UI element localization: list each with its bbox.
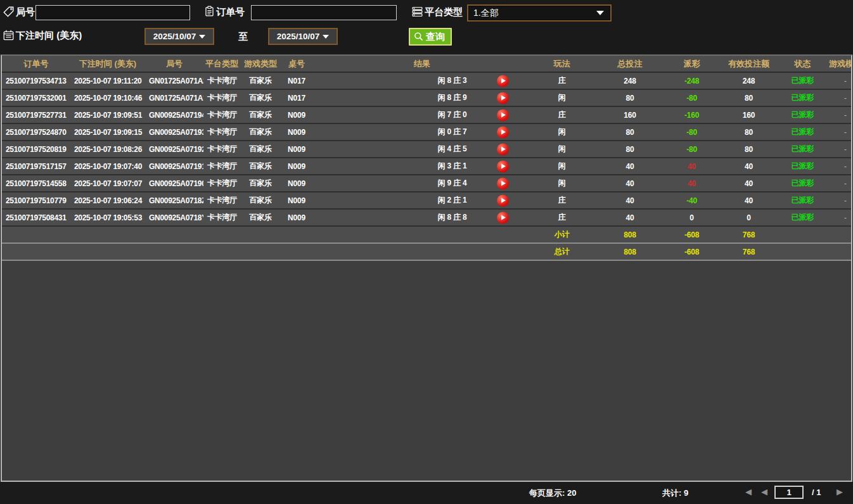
subtotal-label: 小计	[532, 226, 592, 243]
play-video-button[interactable]	[497, 211, 509, 224]
cell-game-mode: -	[823, 106, 852, 123]
cell-table-no: N017	[281, 89, 312, 106]
cell-result: 闲 3 庄 1	[312, 158, 532, 175]
cell-game-type: 百家乐	[240, 72, 281, 89]
column-header-payout: 派彩	[668, 56, 715, 72]
column-header-game-mode: 游戏模式	[823, 56, 852, 72]
cell-game-type: 百家乐	[240, 89, 281, 106]
cell-payout: -80	[668, 141, 715, 158]
cell-total-bet: 40	[592, 209, 668, 226]
platform-selected-value: 1.全部	[468, 8, 499, 19]
play-icon	[501, 96, 506, 101]
cell-platform: 卡卡湾厅	[203, 209, 240, 226]
column-header-bet-option: 玩法	[532, 56, 592, 72]
order-no-input[interactable]	[251, 5, 397, 20]
cell-platform: 卡卡湾厅	[203, 192, 240, 209]
play-video-button[interactable]	[497, 194, 509, 206]
cell-game-no: GN00925A07193	[145, 123, 203, 141]
game-no-input[interactable]	[35, 5, 190, 20]
column-header-bet-time: 下注时间 (美东)	[70, 56, 145, 72]
cell-status: 已派彩	[782, 175, 823, 192]
cell-platform: 卡卡湾厅	[203, 106, 240, 123]
cell-bet-time: 2025-10-07 19:07:07	[70, 175, 145, 192]
cell-game-mode: -	[823, 158, 852, 175]
cell-bet-time: 2025-10-07 19:10:46	[70, 89, 145, 106]
cell-platform: 卡卡湾厅	[203, 89, 240, 106]
play-video-button[interactable]	[497, 160, 509, 172]
column-header-status: 状态	[782, 56, 823, 72]
play-video-button[interactable]	[497, 177, 509, 189]
bet-time-label: 下注时间 (美东)	[16, 30, 82, 42]
total-count-label: 共计:	[662, 488, 681, 498]
play-video-button[interactable]	[497, 75, 509, 87]
cell-game-mode: -	[823, 123, 852, 141]
cell-table-no: N017	[281, 72, 312, 89]
prev-page-button[interactable]: ◀	[761, 487, 767, 497]
cell-game-no: GN01725A071A1	[145, 89, 203, 106]
cell-bet-option: 闲	[532, 89, 592, 106]
grand-total-total-bet: 808	[592, 243, 668, 260]
date-to-picker[interactable]: 2025/10/07	[268, 28, 338, 45]
platform-select[interactable]: 1.全部	[467, 4, 612, 22]
cell-payout: -248	[668, 72, 715, 89]
column-header-game-type: 游戏类型	[240, 56, 281, 72]
cell-total-bet: 80	[592, 123, 668, 141]
page-number-input[interactable]	[774, 486, 804, 499]
result-text: 闲 8 庄 9	[438, 93, 467, 102]
pagination-bar: 每页显示: 20 共计: 9 ◀ ◀ / 1 ▶	[0, 482, 853, 504]
play-video-button[interactable]	[497, 109, 509, 121]
cell-total-bet: 80	[592, 89, 668, 106]
result-text: 闲 8 庄 3	[438, 76, 467, 85]
cell-bet-option: 闲	[532, 175, 592, 192]
table-row: 251007197514558 2025-10-07 19:07:07 GN00…	[2, 175, 852, 192]
date-to-value: 2025/10/07	[277, 32, 320, 41]
cell-total-bet: 160	[592, 106, 668, 123]
game-no-label: 局号	[16, 6, 35, 18]
column-header-valid-bet: 有效投注额	[715, 56, 782, 72]
subtotal-total-bet: 808	[592, 226, 668, 243]
cell-game-no: GN00925A07190	[145, 175, 203, 192]
cell-game-no: GN00925A07192	[145, 141, 203, 158]
cell-bet-option: 闲	[532, 123, 592, 141]
cell-game-no: GN00925A07191	[145, 158, 203, 175]
cell-table-no: N009	[281, 175, 312, 192]
play-video-button[interactable]	[497, 126, 509, 138]
cell-game-mode: -	[823, 192, 852, 209]
cell-game-mode: -	[823, 89, 852, 106]
table-row: 251007197527731 2025-10-07 19:09:51 GN00…	[2, 106, 852, 123]
next-page-button[interactable]: ▶	[837, 487, 843, 497]
query-button[interactable]: 查询	[409, 28, 452, 46]
date-from-picker[interactable]: 2025/10/07	[144, 28, 214, 45]
cell-game-mode: -	[823, 141, 852, 158]
cell-valid-bet: 40	[715, 158, 782, 175]
cell-bet-option: 闲	[532, 158, 592, 175]
cell-valid-bet: 40	[715, 175, 782, 192]
cell-total-bet: 40	[592, 158, 668, 175]
play-icon	[501, 181, 506, 186]
chevron-down-icon	[596, 11, 604, 15]
cell-game-no: GN01725A071A2	[145, 72, 203, 89]
cell-game-type: 百家乐	[240, 192, 281, 209]
cell-order-id: 251007197532001	[2, 89, 70, 106]
order-no-label: 订单号	[216, 6, 245, 18]
filter-bar: 局号 订单号 平台类型 1.全部 下注时间 (美东) 2025/10/07 至 …	[0, 0, 853, 54]
result-text: 闲 4 庄 5	[438, 144, 467, 153]
cell-bet-option: 庄	[532, 72, 592, 89]
cell-valid-bet: 160	[715, 106, 782, 123]
cell-status: 已派彩	[782, 72, 823, 89]
page-total-value: 1	[816, 488, 821, 497]
cell-status: 已派彩	[782, 106, 823, 123]
cell-result: 闲 8 庄 8	[312, 209, 532, 226]
play-video-button[interactable]	[497, 92, 509, 104]
calendar-icon	[3, 30, 14, 41]
play-video-button[interactable]	[497, 143, 509, 155]
cell-platform: 卡卡湾厅	[203, 72, 240, 89]
cell-valid-bet: 248	[715, 72, 782, 89]
cell-game-type: 百家乐	[240, 158, 281, 175]
first-page-button[interactable]: ◀	[745, 487, 752, 497]
cell-total-bet: 40	[592, 192, 668, 209]
cell-order-id: 251007197517157	[2, 158, 70, 175]
cell-platform: 卡卡湾厅	[203, 158, 240, 175]
cell-result: 闲 2 庄 1	[312, 192, 532, 209]
cell-bet-option: 庄	[532, 106, 592, 123]
